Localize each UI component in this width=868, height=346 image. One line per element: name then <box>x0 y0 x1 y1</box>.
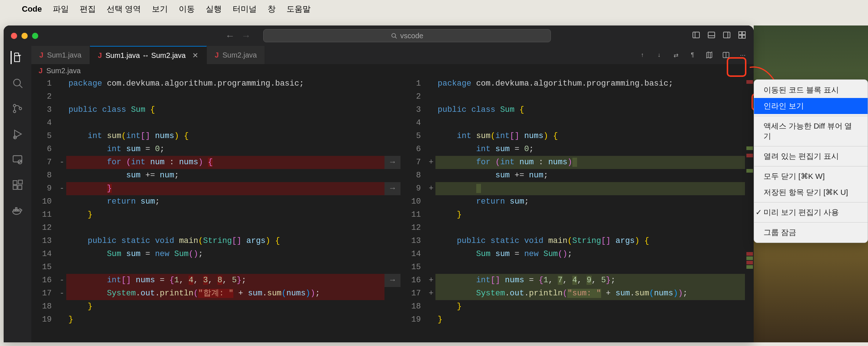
svg-rect-25 <box>19 180 23 184</box>
tab-sum2[interactable]: J Sum2.java <box>207 46 265 64</box>
context-menu-label: 미리 보기 편집기 사용 <box>764 207 839 217</box>
split-editor-icon[interactable] <box>722 51 730 59</box>
svg-line-13 <box>19 85 22 88</box>
window-controls <box>11 33 38 39</box>
menubar-item-file[interactable]: 파일 <box>53 4 69 15</box>
svg-rect-9 <box>742 32 745 35</box>
layout-sidebar-left-icon[interactable] <box>692 31 701 41</box>
remote-explorer-icon[interactable] <box>11 153 24 166</box>
activity-bar <box>4 46 31 342</box>
context-menu-label: 이동된 코드 블록 표시 <box>764 85 839 95</box>
svg-rect-29 <box>16 208 17 209</box>
prev-change-icon[interactable]: ↑ <box>638 51 647 59</box>
docker-icon[interactable] <box>11 204 24 217</box>
svg-rect-4 <box>708 32 715 38</box>
explorer-icon[interactable] <box>11 51 24 64</box>
context-menu-label: 액세스 가능한 Diff 뷰어 열기 <box>764 121 860 141</box>
close-window-button[interactable] <box>11 33 17 39</box>
context-menu-item[interactable]: 인라인 보기 <box>754 98 868 114</box>
menubar-item-edit[interactable]: 편집 <box>80 4 96 15</box>
context-menu-label: 그룹 잠금 <box>764 227 796 237</box>
map-icon[interactable] <box>705 51 714 59</box>
menubar-item-terminal[interactable]: 터미널 <box>233 4 257 15</box>
svg-rect-6 <box>723 32 730 38</box>
check-icon: ✓ <box>755 208 764 217</box>
context-menu-item[interactable]: 저장된 항목 닫기 [⌘K U] <box>754 184 868 200</box>
next-change-icon[interactable]: ↓ <box>655 51 663 59</box>
context-menu-label: 열려 있는 편집기 표시 <box>764 151 839 161</box>
menubar-item-view[interactable]: 보기 <box>152 4 168 15</box>
diff-right-pane: 12345678910111213141516171819 ++++ packa… <box>401 77 754 342</box>
java-file-icon: J <box>39 67 43 75</box>
java-file-icon: J <box>215 51 219 59</box>
swap-icon[interactable]: ⇄ <box>671 51 680 59</box>
context-menu-label: 인라인 보기 <box>764 101 804 111</box>
svg-rect-23 <box>13 185 17 189</box>
diff-arrow-column: →→→ <box>384 77 401 342</box>
more-actions-icon[interactable]: ⋯ <box>738 51 747 59</box>
svg-point-12 <box>13 79 20 86</box>
context-menu-item[interactable]: ✓미리 보기 편집기 사용 <box>754 204 868 220</box>
whitespace-icon[interactable]: ¶ <box>688 51 697 59</box>
command-center-search[interactable]: vscode <box>263 29 551 42</box>
tab-label: Sum1.java <box>47 51 82 59</box>
menubar-item-run[interactable]: 실행 <box>206 4 222 15</box>
editor-more-context-menu: 이동된 코드 블록 표시인라인 보기액세스 가능한 Diff 뷰어 열기열려 있… <box>754 79 868 243</box>
menubar-item-go[interactable]: 이동 <box>179 4 195 15</box>
nav-forward-icon[interactable]: → <box>241 30 251 42</box>
minimize-window-button[interactable] <box>21 33 28 39</box>
java-file-icon: J <box>98 51 102 60</box>
svg-point-14 <box>13 105 16 107</box>
tab-sum1[interactable]: J Sum1.java <box>31 46 90 64</box>
tab-label: Sum1.java ↔ Sum2.java <box>106 51 186 60</box>
code-content[interactable]: package com.devkuma.algorithum.programmi… <box>435 77 745 342</box>
menubar-item-help[interactable]: 도움말 <box>287 4 311 15</box>
nav-back-icon[interactable]: ← <box>225 30 235 42</box>
context-menu-label: 모두 닫기 [⌘K W] <box>764 171 825 181</box>
context-menu-item[interactable]: 열려 있는 편집기 표시 <box>754 148 868 164</box>
source-control-icon[interactable] <box>11 102 24 115</box>
breadcrumb-file: Sum2.java <box>46 67 81 75</box>
svg-rect-2 <box>693 32 699 38</box>
breadcrumb[interactable]: J Sum2.java <box>31 64 754 77</box>
titlebar: ← → vscode <box>4 25 754 46</box>
context-menu-item[interactable]: 이동된 코드 블록 표시 <box>754 82 868 98</box>
run-debug-icon[interactable] <box>11 127 24 141</box>
diff-sign-column: ++++ <box>427 77 435 342</box>
diff-sign-column: ---- <box>58 77 66 342</box>
menu-separator <box>754 222 868 223</box>
svg-point-0 <box>392 34 396 38</box>
menubar-item-window[interactable]: 창 <box>268 4 276 15</box>
search-icon <box>391 32 397 39</box>
svg-rect-10 <box>739 35 742 38</box>
menubar-item-selection[interactable]: 선택 영역 <box>107 4 141 15</box>
layout-panel-icon[interactable] <box>707 31 716 41</box>
layout-customize-icon[interactable] <box>738 31 746 41</box>
context-menu-item[interactable]: 모두 닫기 [⌘K W] <box>754 168 868 184</box>
svg-rect-8 <box>739 32 742 35</box>
svg-point-16 <box>19 107 22 110</box>
menu-separator <box>754 146 868 146</box>
code-content[interactable]: package com.devkuma.algorithum.programmi… <box>66 77 384 342</box>
extensions-icon[interactable] <box>11 178 24 192</box>
editor-tabs: J Sum1.java J Sum1.java ↔ Sum2.java ✕ J … <box>31 46 754 64</box>
menubar-app[interactable]: Code <box>22 4 42 14</box>
diff-left-pane: 12345678910111213141516171819 ---- packa… <box>31 77 384 342</box>
layout-sidebar-right-icon[interactable] <box>722 31 731 41</box>
context-menu-item[interactable]: 그룹 잠금 <box>754 224 868 240</box>
vscode-window: ← → vscode J <box>4 25 754 342</box>
diff-editor: 12345678910111213141516171819 ---- packa… <box>31 77 754 342</box>
maximize-window-button[interactable] <box>32 33 38 39</box>
line-gutter: 12345678910111213141516171819 <box>401 77 427 342</box>
minimap[interactable] <box>745 77 754 342</box>
svg-rect-22 <box>13 181 17 185</box>
svg-marker-17 <box>15 130 21 138</box>
tab-diff[interactable]: J Sum1.java ↔ Sum2.java ✕ <box>90 46 207 64</box>
search-icon[interactable] <box>11 76 24 90</box>
editor-area: J Sum1.java J Sum1.java ↔ Sum2.java ✕ J … <box>31 46 754 342</box>
svg-point-15 <box>13 110 16 113</box>
context-menu-label: 저장된 항목 닫기 [⌘K U] <box>764 187 848 197</box>
svg-rect-24 <box>18 185 22 189</box>
context-menu-item[interactable]: 액세스 가능한 Diff 뷰어 열기 <box>754 118 868 144</box>
close-tab-icon[interactable]: ✕ <box>192 51 198 60</box>
